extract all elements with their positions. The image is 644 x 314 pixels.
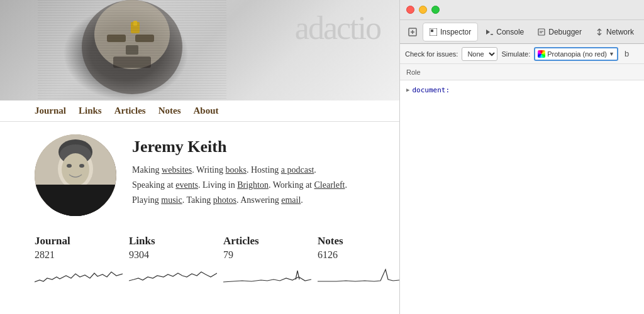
bio-link-email[interactable]: email: [281, 195, 301, 205]
traffic-light-maximize[interactable]: [431, 6, 440, 14]
stat-links-count: 9304: [129, 249, 217, 261]
check-issues-label: Check for issues:: [405, 50, 458, 58]
bio-link-clearleft[interactable]: Clearleft: [314, 180, 345, 190]
nav-about[interactable]: About: [194, 106, 219, 116]
stat-journal-title: Journal: [35, 235, 123, 247]
stat-articles-count: 79: [223, 249, 311, 261]
svg-rect-25: [431, 30, 433, 32]
tab-console-label: Console: [496, 28, 524, 36]
svg-point-19: [50, 194, 101, 216]
tab-inspector[interactable]: Inspector: [423, 23, 478, 41]
svg-rect-9: [38, 0, 226, 100]
bio-link-photos[interactable]: photos: [213, 195, 236, 205]
stat-links: Links 9304: [129, 235, 223, 286]
tree-document-label: document:: [412, 86, 450, 94]
svg-point-16: [67, 164, 72, 168]
nav-articles[interactable]: Articles: [114, 106, 146, 116]
svg-rect-20: [50, 197, 101, 216]
devtools-tab-icon-cursor[interactable]: [404, 23, 421, 41]
simulate-select[interactable]: Protanopia (no red) ▼: [534, 47, 618, 61]
inspector-icon: [430, 28, 437, 36]
devtools-role-bar: Role: [400, 64, 644, 80]
avatar-image: [35, 134, 116, 216]
site-logo: adactio: [295, 9, 380, 46]
devtools-toolbar: Check for issues: None Simulate: Protano…: [400, 44, 644, 64]
stat-articles-sparkline: [223, 264, 311, 283]
svg-rect-27: [491, 34, 493, 35]
traffic-light-minimize[interactable]: [419, 6, 427, 14]
debugger-icon: [538, 28, 545, 36]
devtools-tabs: Inspector Console Debugger Network: [400, 20, 644, 44]
svg-point-15: [62, 153, 89, 186]
stat-links-sparkline: [129, 264, 217, 283]
bio-link-websites[interactable]: websites: [162, 165, 192, 175]
main-website: adactio Journal Links Articles Notes Abo…: [0, 0, 399, 314]
stat-notes-count: 6126: [318, 249, 399, 261]
tab-console[interactable]: Console: [479, 23, 530, 41]
svg-point-17: [79, 164, 84, 168]
stat-notes-title: Notes: [318, 235, 399, 247]
tab-network[interactable]: Network: [589, 23, 640, 41]
nav-journal[interactable]: Journal: [35, 106, 66, 116]
site-header: adactio: [0, 0, 399, 100]
simulate-label: Simulate:: [501, 50, 530, 58]
bio-text-1: Making websites. Writing books. Hosting …: [132, 165, 316, 175]
tab-debugger[interactable]: Debugger: [531, 23, 588, 41]
more-options-label: b: [625, 49, 629, 58]
svg-marker-26: [486, 30, 490, 35]
network-icon: [596, 28, 603, 36]
bio-text-3: Playing music. Taking photos. Answering …: [132, 195, 303, 205]
color-swatch-icon: [538, 50, 545, 58]
header-illustration: [38, 0, 226, 100]
stat-journal-sparkline: [35, 264, 123, 283]
profile-bio: Making websites. Writing books. Hosting …: [132, 163, 347, 207]
avatar: [35, 134, 116, 216]
nav-notes[interactable]: Notes: [158, 106, 181, 116]
bio-link-books[interactable]: books: [226, 165, 247, 175]
stats-section: Journal 2821 Links 9304 Articles 79: [0, 229, 399, 286]
bio-text-2: Speaking at events. Living in Brighton. …: [132, 180, 347, 190]
nav-links[interactable]: Links: [79, 106, 102, 116]
simulate-chevron: ▼: [609, 51, 614, 57]
cursor-icon: [408, 28, 417, 36]
bio-link-podcast[interactable]: a podcast: [281, 165, 314, 175]
devtools-titlebar: [400, 0, 644, 20]
simulate-value: Protanopia (no red): [547, 50, 607, 58]
stat-articles-title: Articles: [223, 235, 311, 247]
role-label: Role: [406, 68, 421, 76]
tab-debugger-label: Debugger: [548, 28, 582, 36]
tree-arrow-icon: ▶: [406, 87, 409, 93]
stat-articles: Articles 79: [223, 235, 318, 286]
check-issues-select[interactable]: None: [462, 47, 497, 61]
site-nav[interactable]: Journal Links Articles Notes About: [0, 100, 399, 122]
bio-link-music[interactable]: music: [161, 195, 182, 205]
tree-item-document[interactable]: ▶ document:: [400, 83, 644, 97]
stat-notes: Notes 6126: [318, 235, 399, 286]
bio-link-events[interactable]: events: [175, 180, 198, 190]
svg-rect-28: [538, 29, 545, 35]
profile-info: Jeremy Keith Making websites. Writing bo…: [132, 134, 347, 207]
stat-links-title: Links: [129, 235, 217, 247]
traffic-light-close[interactable]: [406, 6, 414, 14]
devtools-content: ▶ document:: [400, 80, 644, 314]
stat-journal: Journal 2821: [35, 235, 129, 286]
console-icon: [486, 28, 493, 36]
profile-section: Jeremy Keith Making websites. Writing bo…: [0, 122, 399, 229]
tab-network-label: Network: [606, 28, 634, 36]
stat-notes-sparkline: [318, 264, 399, 283]
profile-name: Jeremy Keith: [132, 138, 347, 156]
svg-rect-18: [66, 186, 85, 195]
devtools-panel: Inspector Console Debugger Network: [399, 0, 644, 314]
tab-inspector-label: Inspector: [440, 28, 471, 36]
bio-link-brighton[interactable]: Brighton: [237, 180, 269, 190]
stat-journal-count: 2821: [35, 249, 123, 261]
